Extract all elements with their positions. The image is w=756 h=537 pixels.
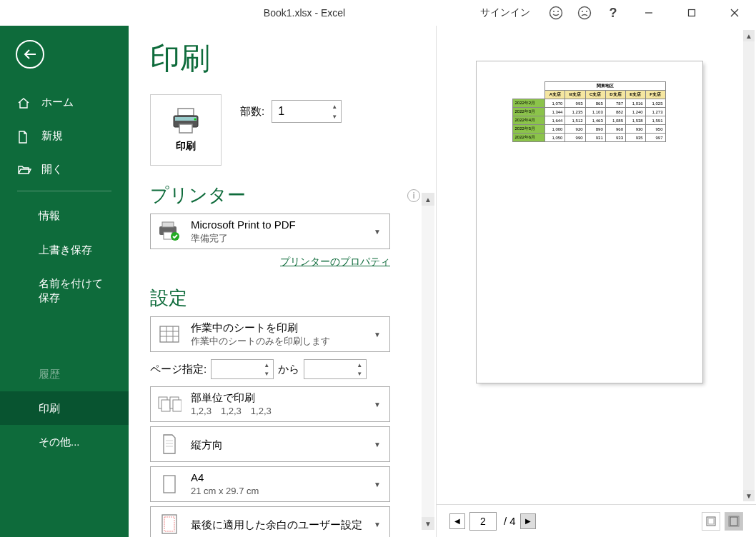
page-range-label: ページ指定: [150, 363, 207, 376]
scroll-up-button[interactable]: ▲ [422, 193, 434, 206]
nav-save[interactable]: 上書き保存 [0, 233, 129, 267]
page-title: 印刷 [150, 39, 434, 79]
paper-size-title: A4 [191, 470, 362, 485]
current-page-input[interactable] [469, 512, 497, 531]
nav-info[interactable]: 情報 [0, 199, 129, 233]
table-row: 2022年5月1,000920890960930950 [512, 125, 665, 134]
maximize-button[interactable] [676, 2, 707, 24]
prev-page-button[interactable]: ◀ [449, 513, 465, 529]
svg-rect-7 [689, 10, 695, 16]
page-to-input[interactable] [304, 363, 347, 376]
svg-rect-27 [173, 400, 181, 411]
copies-label: 部数: [240, 105, 264, 119]
table-row: 2022年2月1,0709938657871,0161,025 [512, 99, 665, 108]
print-button[interactable]: 印刷 [150, 94, 222, 166]
page-range-to-label: から [278, 363, 299, 376]
printer-ready-icon [156, 219, 182, 244]
signin-button[interactable]: サインイン [474, 4, 536, 22]
preview-page: 関東地区 A支店B支店C支店D支店E支店F支店 2022年2月1,0709938… [477, 61, 702, 383]
preview-footer: ◀ / 4 ▶ [437, 504, 756, 537]
nav-other[interactable]: その他... [0, 425, 129, 459]
copies-down[interactable]: ▼ [329, 111, 340, 121]
print-what-dropdown[interactable]: 作業中のシートを印刷 作業中のシートのみを印刷します ▼ [150, 316, 390, 352]
print-what-title: 作業中のシートを印刷 [191, 320, 362, 335]
chevron-down-icon: ▼ [371, 481, 384, 488]
page-range-row: ページ指定: ▲▼ から ▲▼ [150, 359, 390, 379]
page-from-input[interactable] [212, 363, 254, 376]
copies-input[interactable] [272, 105, 322, 118]
margins-dropdown[interactable]: 最後に適用した余白のユーザー設定 ▼ [150, 506, 390, 537]
svg-rect-16 [162, 222, 174, 227]
printer-properties-link[interactable]: プリンターのプロパティ [280, 256, 390, 267]
printer-info-icon[interactable]: i [407, 189, 420, 202]
svg-point-3 [579, 7, 591, 19]
nav-home[interactable]: ホーム [0, 86, 129, 119]
paper-size-dropdown[interactable]: A4 21 cm x 29.7 cm ▼ [150, 466, 390, 502]
orientation-title: 縦方向 [191, 437, 362, 452]
chevron-down-icon: ▼ [371, 441, 384, 448]
printer-name: Microsoft Print to PDF [191, 217, 362, 232]
scroll-down-button[interactable]: ▼ [743, 490, 755, 501]
nav-divider [17, 191, 111, 191]
margins-icon [156, 511, 182, 537]
back-button[interactable] [16, 40, 44, 69]
nav-print[interactable]: 印刷 [0, 391, 129, 426]
table-row: 2022年4月1,6441,5121,4631,0851,5381,591 [512, 116, 665, 125]
table-col-header: B支店 [565, 91, 585, 99]
orientation-dropdown[interactable]: 縦方向 ▼ [150, 426, 390, 462]
svg-rect-25 [161, 400, 170, 411]
nav-new[interactable]: 新規 [0, 119, 129, 153]
svg-rect-13 [179, 124, 192, 133]
chevron-down-icon: ▼ [371, 401, 384, 408]
collate-dropdown[interactable]: 部単位で印刷 1,2,3 1,2,3 1,2,3 ▼ [150, 386, 390, 422]
scroll-down-button[interactable]: ▼ [422, 517, 434, 530]
page-to-spinner[interactable]: ▲▼ [304, 359, 367, 379]
nav-home-label: ホーム [41, 96, 74, 109]
svg-rect-35 [708, 518, 714, 524]
close-button[interactable] [719, 2, 750, 24]
collate-title: 部単位で印刷 [191, 390, 362, 405]
nav-new-label: 新規 [41, 129, 63, 143]
print-button-label: 印刷 [176, 140, 196, 153]
smile-icon[interactable] [547, 4, 564, 21]
paper-size-sub: 21 cm x 29.7 cm [191, 485, 362, 498]
svg-rect-10 [178, 109, 194, 116]
nav-open[interactable]: 開く [0, 153, 129, 186]
nav-saveas[interactable]: 名前を付けて保存 [0, 266, 129, 314]
svg-point-14 [194, 119, 197, 121]
table-row: 2022年3月1,3441,2351,1038821,2401,273 [512, 108, 665, 116]
next-page-button[interactable]: ▶ [520, 513, 536, 529]
scroll-up-button[interactable]: ▲ [743, 30, 755, 41]
zoom-to-page-button[interactable] [725, 512, 743, 531]
minimize-button[interactable] [633, 2, 665, 24]
printer-dropdown[interactable]: Microsoft Print to PDF 準備完了 ▼ [150, 214, 390, 249]
nav-open-label: 開く [41, 163, 63, 176]
copies-up[interactable]: ▲ [329, 101, 340, 111]
svg-point-2 [557, 11, 559, 12]
copies-spinner[interactable]: ▲ ▼ [272, 100, 342, 123]
help-icon[interactable]: ? [605, 4, 622, 21]
page-from-spinner[interactable]: ▲▼ [211, 359, 274, 379]
file-icon [17, 131, 31, 142]
svg-point-5 [586, 11, 587, 12]
print-preview-area: 関東地区 A支店B支店C支店D支店E支店F支店 2022年2月1,0709938… [436, 26, 756, 537]
window-title: Book1.xlsx - Excel [134, 7, 474, 19]
svg-point-4 [582, 11, 583, 12]
frown-icon[interactable] [576, 4, 593, 21]
preview-canvas: 関東地区 A支店B支店C支店D支店E支店F支店 2022年2月1,0709938… [437, 26, 756, 504]
preview-vertical-scrollbar[interactable]: ▲ ▼ [743, 30, 755, 501]
settings-scrollbar[interactable]: ▲ ▼ [422, 193, 434, 530]
print-settings-panel: 印刷 印刷 部数: ▲ ▼ [129, 26, 436, 537]
titlebar: Book1.xlsx - Excel サインイン ? [0, 0, 756, 26]
svg-rect-31 [164, 476, 175, 493]
page-icon [156, 471, 182, 497]
backstage-sidebar: ホーム 新規 開く 情報 上書き保存 名前を付けて保存 履歴 印刷 その他... [0, 26, 129, 537]
settings-section-header: 設定 [150, 286, 434, 311]
show-margins-button[interactable] [702, 512, 720, 531]
margins-title: 最後に適用した余白のユーザー設定 [191, 517, 362, 532]
folder-open-icon [17, 164, 31, 176]
page-total-label: / 4 [504, 515, 516, 527]
titlebar-controls: サインイン ? [474, 2, 750, 24]
collate-sub: 1,2,3 1,2,3 1,2,3 [191, 405, 362, 418]
table-col-header: F支店 [645, 91, 665, 99]
